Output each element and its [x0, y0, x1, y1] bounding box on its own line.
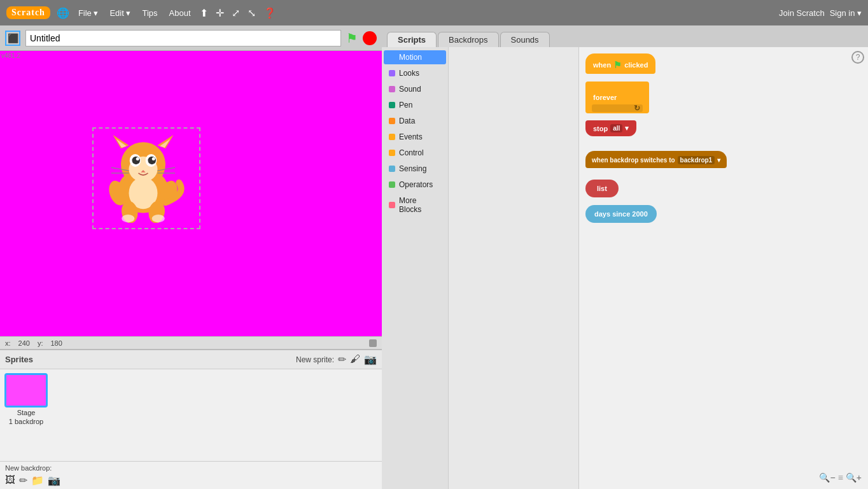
block-forever-slot: ↻: [592, 104, 643, 112]
data-color-dot: [389, 118, 395, 124]
backdrop-upload-icon[interactable]: 📁: [31, 474, 44, 486]
main-layout: ⬛ ⚑ v461.2: [0, 25, 868, 489]
move-icon[interactable]: ✛: [216, 7, 224, 19]
block-when-flag-clicked[interactable]: when ⚑ clicked: [585, 53, 655, 74]
category-looks[interactable]: Looks: [384, 66, 446, 80]
menu-edit[interactable]: Edit ▾: [107, 8, 133, 18]
block-days-since[interactable]: days since 2000: [585, 205, 657, 223]
add-sprite-upload-icon[interactable]: 📷: [364, 353, 377, 365]
upload-icon[interactable]: ⬆: [200, 7, 208, 19]
x-coord-value: 240: [18, 339, 30, 347]
stage-select-icon[interactable]: ⬛: [5, 31, 20, 46]
tab-backdrops[interactable]: Backdrops: [438, 32, 498, 47]
stop-button[interactable]: [363, 31, 377, 45]
project-title-input[interactable]: [25, 30, 341, 46]
menu-tips[interactable]: Tips: [139, 8, 160, 18]
category-sound[interactable]: Sound: [384, 82, 446, 96]
category-control[interactable]: Control: [384, 146, 446, 160]
add-sprite-draw-icon[interactable]: ✏: [338, 353, 346, 365]
category-sensing[interactable]: Sensing: [384, 162, 446, 176]
join-scratch-link[interactable]: Join Scratch: [779, 8, 825, 18]
script-canvas[interactable]: ? when ⚑ clicked forever ↻ stop: [579, 47, 868, 489]
category-more-blocks-label: More Blocks: [399, 196, 441, 214]
backdrop-icons: 🖼 ✏ 📁 📷: [5, 474, 377, 486]
sprites-list: Stage 1 backdrop: [0, 369, 382, 461]
block-forever[interactable]: forever ↻: [585, 82, 649, 113]
block-when-label: when: [593, 61, 611, 69]
left-panel: ⬛ ⚑ v461.2: [0, 25, 382, 489]
svg-point-23: [122, 215, 134, 223]
scripts-body: Motion Looks Sound Pen Data: [382, 47, 868, 489]
fullscreen-icon[interactable]: ⤢: [232, 7, 240, 19]
add-sprite-paint-icon[interactable]: 🖌: [350, 353, 360, 365]
backdrop-camera-icon[interactable]: 📷: [48, 474, 60, 486]
category-motion-label: Motion: [399, 53, 422, 62]
turbofull-icon[interactable]: ⤡: [248, 7, 256, 19]
help-icon[interactable]: ❓: [263, 7, 276, 19]
svg-point-10: [148, 157, 157, 165]
category-pen[interactable]: Pen: [384, 98, 446, 112]
topbar: Scratch 🌐 File ▾ Edit ▾ Tips About ⬆ ✛ ⤢…: [0, 0, 868, 25]
script-help-icon[interactable]: ?: [851, 51, 864, 64]
category-data-label: Data: [399, 117, 415, 125]
category-panel: Motion Looks Sound Pen Data: [382, 47, 449, 489]
sprites-panel: Sprites New sprite: ✏ 🖌 📷 Stage 1 backdr…: [0, 349, 382, 489]
zoom-controls: 🔍− ≡ 🔍+: [819, 472, 862, 483]
blocks-palette: [449, 47, 579, 489]
stage-sprite-item[interactable]: Stage 1 backdrop: [4, 373, 48, 425]
stage-sprite-thumbnail[interactable]: [4, 373, 48, 408]
stage-sprite-name: Stage: [17, 409, 36, 416]
zoom-out-button[interactable]: 🔍−: [819, 472, 835, 483]
menu-file[interactable]: File ▾: [76, 8, 101, 18]
topbar-tools: ⬆ ✛ ⤢ ⤡ ❓: [200, 7, 276, 19]
block-backdrop-label: when backdrop switches to: [592, 157, 675, 164]
svg-marker-4: [158, 135, 174, 148]
category-operators[interactable]: Operators: [384, 178, 446, 192]
scratch-logo[interactable]: Scratch: [6, 6, 50, 19]
svg-point-12: [152, 157, 155, 160]
stage-scroll-handle[interactable]: [369, 339, 377, 347]
category-events[interactable]: Events: [384, 130, 446, 144]
block-list-label: list: [597, 185, 607, 192]
svg-point-11: [136, 157, 139, 160]
svg-marker-2: [113, 135, 129, 148]
category-operators-label: Operators: [399, 180, 433, 189]
backdrop-image-icon[interactable]: 🖼: [5, 474, 15, 486]
category-motion[interactable]: Motion: [384, 50, 446, 64]
stage-canvas: v461.2: [0, 51, 382, 336]
block-stop-dropdown[interactable]: all: [610, 124, 622, 132]
globe-icon[interactable]: 🌐: [57, 7, 69, 19]
new-backdrop-section: New backdrop: 🖼 ✏ 📁 📷: [0, 461, 382, 489]
block-list[interactable]: list: [585, 180, 619, 197]
svg-point-24: [152, 215, 165, 223]
block-days-label: days since 2000: [594, 210, 648, 218]
green-flag-button[interactable]: ⚑: [346, 31, 358, 46]
menu-about[interactable]: About: [167, 8, 193, 18]
category-events-label: Events: [399, 132, 423, 141]
tab-sounds[interactable]: Sounds: [500, 32, 550, 47]
operators-color-dot: [389, 181, 395, 188]
block-when-backdrop[interactable]: when backdrop switches to backdrop1 ▾: [585, 151, 727, 168]
svg-point-9: [132, 157, 141, 165]
sprites-title: Sprites: [5, 355, 33, 364]
y-coord-label: y:: [38, 339, 43, 347]
stage-sprite-sub: 1 backdrop: [9, 418, 43, 425]
sound-color-dot: [389, 86, 395, 92]
category-more-blocks[interactable]: More Blocks: [384, 194, 446, 216]
tab-scripts[interactable]: Scripts: [387, 32, 437, 47]
y-coord-value: 180: [50, 339, 62, 347]
sign-in-button[interactable]: Sign in ▾: [830, 8, 862, 18]
backdrop-paint-icon[interactable]: ✏: [19, 474, 27, 486]
block-stop[interactable]: stop all ▾: [585, 120, 636, 136]
sprite-action-icons: ✏ 🖌 📷: [338, 353, 377, 365]
scratch-cat-sprite[interactable]: [95, 131, 191, 223]
block-backdrop-arrow: ▾: [717, 157, 720, 164]
category-looks-label: Looks: [399, 69, 419, 78]
block-clicked-label: clicked: [624, 61, 648, 69]
block-backdrop-dropdown[interactable]: backdrop1: [678, 156, 715, 164]
block-forever-label: forever: [593, 94, 617, 101]
pen-color-dot: [389, 102, 395, 108]
sensing-color-dot: [389, 166, 395, 172]
zoom-in-button[interactable]: 🔍+: [846, 472, 862, 483]
category-data[interactable]: Data: [384, 114, 446, 128]
